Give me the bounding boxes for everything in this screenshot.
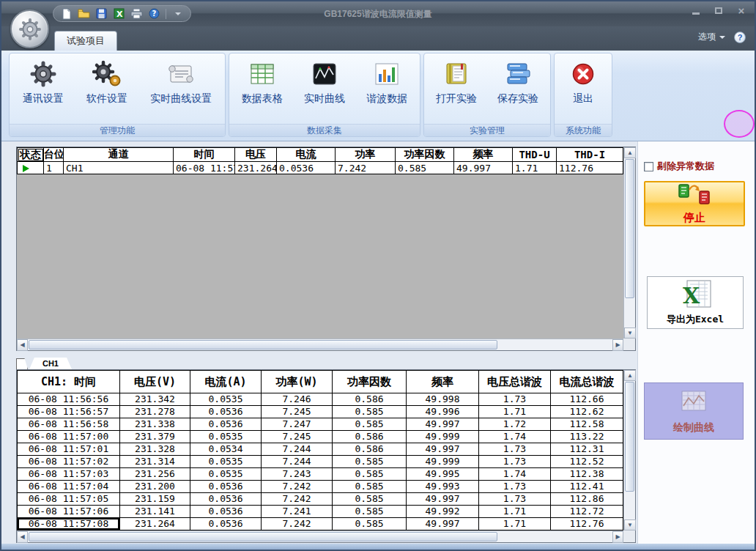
history-row[interactable]: 06-08 11:57:06231.1410.05367.2410.58549.… [18, 506, 623, 518]
scroll-track [624, 299, 635, 328]
history-cell: 112.62 [551, 406, 623, 418]
history-cell: 7.244 [262, 443, 333, 456]
scroll-up-arrow[interactable]: ▲ [624, 147, 636, 158]
history-cell: 0.585 [333, 468, 407, 481]
history-cell: 06-08 11:57:04 [18, 481, 120, 493]
history-row[interactable]: 06-08 11:57:08231.2640.05367.2420.58549.… [18, 518, 623, 530]
live-table-panel: 状态 台位 通道 时间 电压 电流 功率 功率因数 频率 THD-U THD-I [16, 147, 636, 351]
toolbar-separator [166, 9, 166, 19]
col-thd-i: THD-I [557, 148, 623, 162]
scroll-left-arrow[interactable]: ◀ [17, 531, 28, 543]
history-cell: 06-08 11:56:58 [18, 418, 120, 431]
group-label: 管理功能 [10, 124, 225, 136]
titlebar: X ? GB17625谐波电流限值测量 × [1, 1, 755, 26]
history-cell: 1.72 [479, 418, 551, 431]
realtime-curve-settings-button[interactable]: 实时曲线设置 [145, 56, 217, 124]
open-experiment-button[interactable]: 打开实验 [431, 56, 482, 124]
minimize-button[interactable] [690, 5, 702, 16]
history-cell: 49.999 [407, 431, 479, 443]
export-excel-button[interactable]: X 导出为Excel [647, 276, 744, 329]
print-icon[interactable] [130, 7, 143, 20]
history-row[interactable]: 06-08 11:57:00231.3790.05357.2450.58649.… [18, 431, 623, 443]
main-content: 状态 台位 通道 时间 电压 电流 功率 功率因数 频率 THD-U THD-I [1, 141, 755, 544]
history-cell: 7.246 [262, 393, 333, 406]
stop-transfer-icon [675, 182, 714, 210]
history-cell: 0.0535 [190, 468, 262, 481]
history-cell: 231.141 [120, 506, 190, 518]
button-label: 打开实验 [436, 92, 477, 106]
time-cell: 06-08 11:57:08 [174, 162, 235, 174]
tab-test-project[interactable]: 试验项目 [54, 31, 117, 51]
help-icon[interactable]: ? [734, 32, 746, 43]
new-file-icon[interactable] [60, 7, 73, 20]
history-row[interactable]: 06-08 11:56:57231.2780.05367.2450.58549.… [18, 406, 623, 418]
history-row[interactable]: 06-08 11:57:05231.1590.05367.2420.58549.… [18, 493, 623, 506]
history-cell: 06-08 11:57:05 [18, 493, 120, 506]
software-settings-button[interactable]: 软件设置 [81, 56, 133, 124]
side-panel: 剔除异常数据 停止 [637, 141, 755, 544]
help-toolbar-icon[interactable]: ? [148, 7, 160, 20]
history-cell: 231.314 [120, 456, 190, 468]
scroll-down-arrow[interactable]: ▼ [624, 519, 636, 530]
group-label: 实验管理 [424, 124, 550, 136]
history-row[interactable]: 06-08 11:57:04231.2000.05367.2420.58549.… [18, 481, 623, 493]
history-row[interactable]: 06-08 11:57:02231.3140.05357.2440.58549.… [18, 456, 623, 468]
harmonic-data-button[interactable]: 谐波数据 [361, 56, 412, 124]
scroll-thumb[interactable] [29, 532, 497, 541]
history-cell: 0.0535 [190, 431, 262, 443]
scroll-thumb[interactable] [625, 159, 634, 298]
curve-grid-icon [677, 388, 711, 419]
live-vertical-scrollbar: ▲ ▼ [623, 147, 635, 339]
scroll-thumb[interactable] [29, 340, 497, 350]
export-label: 导出为Excel [667, 313, 724, 326]
options-menu-button[interactable]: 选项 [698, 31, 725, 43]
history-row[interactable]: 06-08 11:57:03231.2560.05357.2430.58549.… [18, 468, 623, 481]
thd-u-cell: 1.71 [513, 162, 557, 174]
exclude-abnormal-checkbox[interactable]: 剔除异常数据 [644, 160, 714, 173]
history-cell: 1.71 [479, 406, 551, 418]
exit-button[interactable]: 退出 [565, 56, 601, 124]
tab-ch1[interactable]: CH1 [29, 358, 72, 369]
history-row[interactable]: 06-08 11:56:56231.3420.05357.2460.58649.… [18, 393, 623, 406]
stop-button[interactable]: 停止 [644, 181, 745, 226]
save-experiment-button[interactable]: 保存实验 [492, 56, 544, 124]
excel-export-icon: X [677, 279, 714, 313]
scroll-thumb[interactable] [625, 382, 634, 492]
scroll-left-arrow[interactable]: ◀ [17, 339, 28, 351]
maximize-button[interactable] [713, 5, 724, 16]
ribbon-group-management: 通讯设置 [9, 53, 226, 137]
realtime-curve-button[interactable]: 实时曲线 [299, 56, 350, 124]
history-cell: 7.245 [262, 431, 333, 443]
col-station: 台位 [44, 148, 64, 162]
exit-x-icon [570, 59, 596, 89]
col-power-w: 功率(W) [262, 371, 333, 393]
history-cell: 49.996 [407, 406, 479, 418]
scroll-down-arrow[interactable]: ▼ [624, 328, 636, 339]
col-current: 电流 [277, 148, 336, 162]
draw-curve-button[interactable]: 绘制曲线 [644, 382, 744, 440]
live-row[interactable]: 1 CH1 06-08 11:57:08 231.264 0.0536 7.24… [18, 162, 623, 174]
history-cell: 06-08 11:57:08 [18, 518, 120, 530]
col-thd-u: THD-U [513, 148, 557, 162]
scroll-right-arrow[interactable]: ▶ [612, 531, 623, 543]
save-icon[interactable] [95, 7, 108, 20]
scroll-right-arrow[interactable]: ▶ [612, 339, 623, 351]
comm-settings-button[interactable]: 通讯设置 [18, 56, 69, 124]
history-row[interactable]: 06-08 11:57:01231.3280.05347.2440.58649.… [18, 443, 623, 456]
live-table: 状态 台位 通道 时间 电压 电流 功率 功率因数 频率 THD-U THD-I [17, 147, 623, 174]
close-button[interactable]: × [735, 5, 747, 16]
svg-text:?: ? [152, 10, 157, 18]
power-factor-cell: 0.585 [396, 162, 454, 174]
scroll-up-arrow[interactable]: ▲ [624, 370, 636, 381]
history-row[interactable]: 06-08 11:56:58231.3380.05367.2470.58549.… [18, 418, 623, 431]
data-table-button[interactable]: 数据表格 [237, 56, 288, 124]
excel-icon[interactable]: X [113, 7, 125, 20]
history-cell: 7.242 [262, 518, 333, 530]
history-cell: 1.73 [479, 481, 551, 493]
open-folder-icon[interactable] [78, 7, 90, 20]
customize-toolbar-icon[interactable] [171, 7, 184, 20]
history-horizontal-scrollbar: ◀ ▶ [17, 530, 623, 542]
history-cell: 0.0536 [190, 493, 262, 506]
app-menu-button[interactable] [10, 10, 49, 48]
history-cell: 1.74 [479, 431, 551, 443]
